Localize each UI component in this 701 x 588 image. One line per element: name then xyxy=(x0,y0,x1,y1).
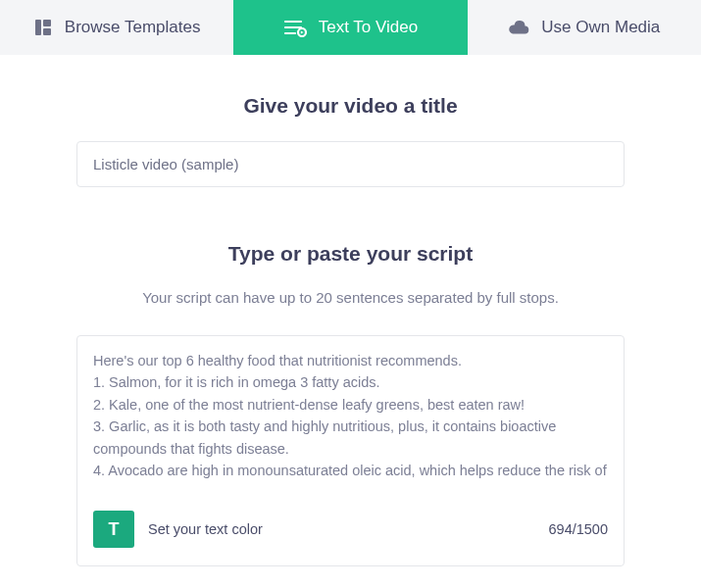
tab-label: Browse Templates xyxy=(65,18,201,37)
tab-browse-templates[interactable]: Browse Templates xyxy=(0,0,233,55)
script-footer-row: T Set your text color 694/1500 xyxy=(77,497,624,565)
main-content: Give your video a title Type or paste yo… xyxy=(0,55,701,566)
script-textarea-wrap: Here's our top 6 healthy food that nutri… xyxy=(77,336,624,497)
text-color-letter: T xyxy=(109,519,120,540)
svg-rect-0 xyxy=(35,20,41,35)
script-subtitle: Your script can have up to 20 sentences … xyxy=(76,289,625,306)
tab-use-own-media[interactable]: Use Own Media xyxy=(468,0,701,55)
svg-rect-1 xyxy=(43,20,51,26)
tab-label: Use Own Media xyxy=(541,18,660,37)
video-title-input[interactable] xyxy=(76,141,625,187)
char-count: 694/1500 xyxy=(549,521,608,537)
title-heading: Give your video a title xyxy=(76,94,625,118)
script-textarea[interactable]: Here's our top 6 healthy food that nutri… xyxy=(93,350,618,479)
text-color-label: Set your text color xyxy=(148,521,535,537)
script-box: Here's our top 6 healthy food that nutri… xyxy=(76,335,625,566)
text-color-swatch[interactable]: T xyxy=(93,511,134,548)
script-heading: Type or paste your script xyxy=(76,242,625,266)
script-section: Type or paste your script Your script ca… xyxy=(76,242,625,566)
tab-text-to-video[interactable]: Text To Video xyxy=(233,0,467,55)
templates-icon xyxy=(33,18,53,37)
text-to-video-icon xyxy=(283,18,307,37)
tabs-bar: Browse Templates Text To Video Use Own M… xyxy=(0,0,701,55)
tab-label: Text To Video xyxy=(319,18,418,37)
cloud-upload-icon xyxy=(508,20,529,35)
svg-rect-2 xyxy=(43,28,51,35)
svg-marker-7 xyxy=(301,30,304,33)
